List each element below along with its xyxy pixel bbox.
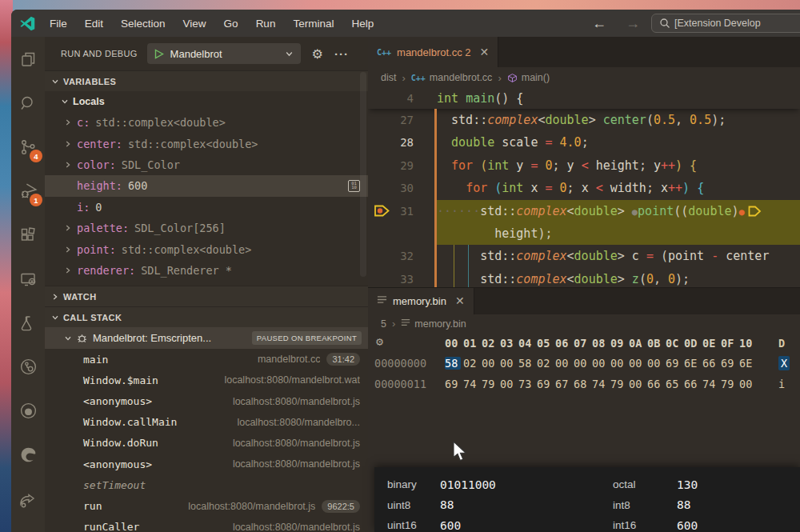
hex-byte[interactable]: 00 <box>500 357 518 370</box>
hex-byte[interactable]: 00 <box>739 378 758 390</box>
run-and-debug-icon[interactable]: 1 <box>11 169 45 213</box>
code-line[interactable]: 29 for (int y = 0; y < height; y++) { <box>368 154 800 177</box>
breadcrumb-dist[interactable]: dist <box>381 72 396 83</box>
hex-byte[interactable]: 00 <box>500 378 518 390</box>
debug-thread-row[interactable]: Mandelbrot: Emscripten... PAUSED ON BREA… <box>45 327 368 349</box>
hex-byte[interactable]: 79 <box>610 378 629 390</box>
callstack-frame[interactable]: runlocalhost:8080/mandelbrot.js9622:5 <box>45 495 368 516</box>
callstack-frame[interactable]: <anonymous>localhost:8080/mandelbrot.js <box>45 454 368 474</box>
code-line[interactable]: height); <box>368 222 800 245</box>
testing-flask-icon[interactable] <box>11 301 45 345</box>
callstack-frame[interactable]: runCallerlocalhost:8080/mandelbrot.js <box>45 517 368 532</box>
hex-byte[interactable]: 00 <box>647 357 666 370</box>
variable-row[interactable]: c:std::complex<double> <box>45 112 368 133</box>
forward-arrow-icon[interactable]: → <box>626 15 640 32</box>
code-line[interactable]: 27 std::complex<double> center(0.5, 0.5)… <box>368 109 800 131</box>
gear-icon[interactable]: ⚙ <box>312 46 323 62</box>
search-view-icon[interactable] <box>11 81 45 125</box>
github-icon[interactable] <box>11 389 45 433</box>
menu-selection[interactable]: Selection <box>112 10 174 37</box>
locals-scope[interactable]: Locals <box>45 91 368 112</box>
hex-byte[interactable]: 00 <box>592 357 610 370</box>
start-debug-icon[interactable] <box>154 49 164 59</box>
hex-row[interactable]: 00000000580200005802000000000000696E6669… <box>368 353 800 374</box>
sticky-line[interactable]: 4int main() { <box>368 88 800 109</box>
menu-go[interactable]: Go <box>215 10 247 37</box>
launch-config-select[interactable]: Mandelbrot <box>147 43 301 64</box>
code-editor[interactable]: 4int main() {27 std::complex<double> cen… <box>368 88 800 287</box>
hex-byte[interactable]: 74 <box>463 378 482 390</box>
hex-byte[interactable]: 00 <box>574 357 592 370</box>
hex-decoded-char[interactable]: X <box>778 356 790 370</box>
hex-byte[interactable]: 00 <box>629 378 647 390</box>
hex-byte[interactable]: 69 <box>445 378 463 390</box>
close-icon[interactable]: ✕ <box>455 294 465 307</box>
callstack-frame[interactable]: mainmandelbrot.cc31:42 <box>45 349 368 370</box>
variable-row[interactable]: palette:SDL_Color[256] <box>45 218 368 238</box>
menu-view[interactable]: View <box>174 10 215 37</box>
menu-file[interactable]: File <box>41 10 76 37</box>
menu-run[interactable]: Run <box>247 10 285 37</box>
breadcrumb-offset[interactable]: 5 <box>381 318 386 330</box>
hex-byte[interactable]: 79 <box>482 378 500 390</box>
breadcrumb-file[interactable]: C++ mandelbrot.cc <box>411 72 493 83</box>
hex-byte[interactable]: 69 <box>537 378 555 390</box>
hex-byte[interactable]: 6E <box>739 357 758 370</box>
hex-byte[interactable]: 00 <box>629 357 647 370</box>
hex-byte[interactable]: 58 <box>445 357 461 370</box>
variable-row[interactable]: center:std::complex<double> <box>45 133 368 154</box>
extensions-icon[interactable] <box>11 213 45 257</box>
hex-byte[interactable]: 00 <box>555 357 574 370</box>
callstack-section-header[interactable]: CALL STACK <box>45 306 368 327</box>
hex-byte[interactable]: 68 <box>574 378 592 390</box>
hex-byte[interactable]: 74 <box>592 378 610 390</box>
source-control-icon[interactable]: 4 <box>11 125 45 169</box>
hex-byte[interactable]: 66 <box>684 378 702 390</box>
callstack-frame[interactable]: <anonymous>localhost:8080/mandelbrot.js <box>45 391 368 412</box>
hex-decoded-char[interactable]: i <box>778 378 785 390</box>
gitlens-icon[interactable] <box>11 345 45 389</box>
code-line[interactable]: 30 for (int x = 0; x < width; x++) { <box>368 177 800 199</box>
variable-row[interactable]: renderer:SDL_Renderer * <box>45 260 368 281</box>
breakpoint-paused-icon[interactable] <box>368 200 392 222</box>
tab-mandelbrot[interactable]: C++ mandelbrot.cc 2 ✕ <box>368 37 498 67</box>
code-line[interactable]: 33 std::complex<double> z(0, 0); <box>368 268 800 287</box>
tab-memory[interactable]: memory.bin ✕ <box>368 288 474 314</box>
menu-terminal[interactable]: Terminal <box>284 10 342 37</box>
gear-icon[interactable]: ⚙ <box>376 334 383 349</box>
menu-help[interactable]: Help <box>342 10 382 37</box>
hex-byte[interactable]: 00 <box>610 357 629 370</box>
breadcrumb-file[interactable]: memory.bin <box>401 318 466 330</box>
hex-byte[interactable]: 6E <box>684 357 702 370</box>
hex-byte[interactable]: 67 <box>555 378 574 390</box>
variables-section-header[interactable]: VARIABLES <box>45 70 368 91</box>
callstack-frame[interactable]: Window.$mainlocalhost:8080/mandelbrot.wa… <box>45 370 368 390</box>
hex-byte[interactable]: 69 <box>721 357 739 370</box>
code-line[interactable]: 32 std::complex<double> c = (point - cen… <box>368 245 800 267</box>
hex-row[interactable]: 0000001169747900736967687479006665667479… <box>368 374 800 394</box>
hex-byte[interactable]: 66 <box>647 378 666 390</box>
edge-browser-icon[interactable] <box>11 433 45 477</box>
more-actions-icon[interactable]: ··· <box>334 47 349 61</box>
variable-row[interactable]: height:6000110 <box>45 175 368 196</box>
hex-byte[interactable]: 69 <box>666 357 684 370</box>
hex-byte[interactable]: 02 <box>463 357 482 370</box>
code-line[interactable]: 31······std::complex<double> ●point((dou… <box>368 200 800 222</box>
hex-byte[interactable]: 65 <box>666 378 684 390</box>
code-line[interactable]: 28 double scale = 4.0; <box>368 131 800 154</box>
binary-view-icon[interactable]: 0110 <box>348 180 360 192</box>
callstack-frame[interactable]: Window.doRunlocalhost:8080/mandelbrot.js <box>45 433 368 454</box>
hex-byte[interactable]: 79 <box>721 378 739 390</box>
explorer-icon[interactable] <box>11 37 45 81</box>
sidebar-scrollbar[interactable] <box>360 72 366 277</box>
hex-byte[interactable]: 02 <box>537 357 555 370</box>
variable-row[interactable]: point:std::complex<double> <box>45 238 368 259</box>
menu-edit[interactable]: Edit <box>76 10 112 37</box>
live-share-icon[interactable] <box>11 477 45 521</box>
breadcrumb-symbol[interactable]: main() <box>507 72 550 83</box>
variable-row[interactable]: color:SDL_Color <box>45 154 368 175</box>
hex-byte[interactable]: 66 <box>702 357 721 370</box>
hex-byte[interactable]: 58 <box>518 357 537 370</box>
callstack-frame[interactable]: setTimeout <box>45 474 368 495</box>
callstack-frame[interactable]: Window.callMainlocalhost:8080/mandelbro.… <box>45 412 368 433</box>
